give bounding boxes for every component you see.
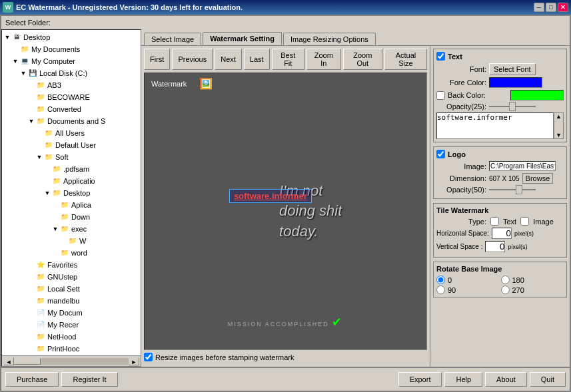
actual-size-button[interactable]: Actual Size <box>384 49 427 70</box>
tree-item-defaultuser[interactable]: 📁 Default User <box>35 139 139 151</box>
expand-localdisk[interactable]: ▼ <box>19 70 27 77</box>
expand-pdfsam[interactable] <box>43 166 51 172</box>
tree-item-ab3[interactable]: 📁 AB3 <box>27 79 139 91</box>
expand-down[interactable] <box>51 214 59 220</box>
tree-item-mydocs[interactable]: 📁 My Documents <box>11 43 139 55</box>
hscroll-thumb[interactable] <box>14 358 41 365</box>
tab-select-image[interactable]: Select Image <box>144 33 201 45</box>
tree-item-gnustep[interactable]: 📁 GNUstep <box>27 271 139 283</box>
restore-button[interactable]: □ <box>546 3 556 12</box>
expand-defaultuser[interactable] <box>35 142 43 148</box>
hscroll-right-btn[interactable]: ► <box>129 357 139 365</box>
minimize-button[interactable]: ─ <box>534 3 544 12</box>
tab-watermark-setting[interactable]: Watermark Setting <box>203 32 282 45</box>
logo-enabled-checkbox[interactable] <box>436 150 445 158</box>
tree-item-printhooc[interactable]: 📁 PrintHooc <box>27 343 139 355</box>
expand-allusers[interactable] <box>35 130 43 136</box>
text-scrollbar[interactable]: ▲ ▼ <box>554 112 564 139</box>
rotate-90-radio[interactable] <box>436 286 445 294</box>
tile-image-checkbox[interactable] <box>520 217 529 226</box>
tree-item-down[interactable]: 📁 Down <box>51 211 139 223</box>
next-button[interactable]: Next <box>215 49 242 70</box>
rotate-0-radio[interactable] <box>436 276 445 284</box>
zoom-in-button[interactable]: Zoom In <box>306 49 341 70</box>
purchase-button[interactable]: Purchase <box>5 372 59 387</box>
browse-button[interactable]: Browse <box>522 173 554 184</box>
previous-button[interactable]: Previous <box>172 49 213 70</box>
hscroll-left-btn[interactable]: ◄ <box>3 357 14 365</box>
back-color-box[interactable] <box>510 90 564 100</box>
export-button[interactable]: Export <box>398 372 442 387</box>
logo-opacity-slider-thumb[interactable] <box>516 185 522 194</box>
text-scroll-up[interactable]: ▲ <box>556 113 562 120</box>
h-space-input[interactable] <box>492 228 512 239</box>
rotate-0[interactable]: 0 <box>436 276 500 284</box>
rotate-180-radio[interactable] <box>501 276 510 284</box>
text-enabled-checkbox[interactable] <box>436 52 445 61</box>
expand-desktop2[interactable]: ▼ <box>43 190 51 196</box>
tree-item-documents[interactable]: ▼ 📁 Documents and S <box>27 115 139 127</box>
tree-item-localdisk[interactable]: ▼ 💾 Local Disk (C:) <box>19 67 139 79</box>
last-button[interactable]: Last <box>244 49 270 70</box>
rotate-270-radio[interactable] <box>501 286 510 294</box>
help-button[interactable]: Help <box>444 372 482 387</box>
expand-applicatio[interactable] <box>43 178 51 184</box>
rotate-180[interactable]: 180 <box>501 276 564 284</box>
expand-aplica[interactable] <box>51 202 59 208</box>
rotate-90[interactable]: 90 <box>436 286 500 294</box>
back-color-checkbox[interactable] <box>436 91 445 100</box>
expand-mydocs[interactable] <box>11 46 19 53</box>
tree-item-aplica[interactable]: 📁 Aplica <box>51 199 139 211</box>
tree-item-applicatio[interactable]: 📁 Applicatio <box>43 175 139 187</box>
v-space-input[interactable] <box>485 241 505 252</box>
tree-item-desktop[interactable]: ▼ 🖥 Desktop <box>3 31 139 43</box>
expand-documents[interactable]: ▼ <box>27 118 35 124</box>
expand-w[interactable] <box>59 238 67 244</box>
logo-path-input[interactable] <box>489 161 556 171</box>
tab-image-resizing[interactable]: Image Resizing Options <box>283 33 376 45</box>
expand-mycomputer[interactable]: ▼ <box>11 58 19 65</box>
fore-color-box[interactable] <box>489 77 542 88</box>
expand-nethood[interactable] <box>27 333 35 340</box>
tree-item-allusers[interactable]: 📁 All Users <box>35 127 139 139</box>
tree-item-word[interactable]: 📁 word <box>51 247 139 259</box>
tree-item-favorites[interactable]: ⭐ Favorites <box>27 259 139 271</box>
rotate-270[interactable]: 270 <box>501 286 564 294</box>
tree-item-localsett[interactable]: 📁 Local Sett <box>27 283 139 295</box>
opacity-slider-thumb[interactable] <box>509 102 516 111</box>
register-button[interactable]: Register It <box>61 372 117 387</box>
expand-myrecer[interactable] <box>27 321 35 328</box>
tree-item-mandelbu[interactable]: 📁 mandelbu <box>27 295 139 307</box>
quit-button[interactable]: Quit <box>530 372 566 387</box>
watermark-text-input[interactable]: software.informer <box>436 112 554 139</box>
tree-item-mycomputer[interactable]: ▼ 💻 My Computer <box>11 55 139 67</box>
first-button[interactable]: First <box>144 49 170 70</box>
expand-word[interactable] <box>51 250 59 256</box>
tree-item-soft[interactable]: ▼ 📁 Soft <box>35 151 139 163</box>
expand-printhooc[interactable] <box>27 345 35 352</box>
tree-item-desktop2[interactable]: ▼ 📁 Desktop <box>43 187 139 199</box>
expand-gnustep[interactable] <box>27 274 35 280</box>
close-button[interactable]: ✕ <box>558 3 568 12</box>
expand-ab3[interactable] <box>27 82 35 89</box>
expand-localsett[interactable] <box>27 286 35 292</box>
tree-item-myrecer[interactable]: 📄 My Recer <box>27 319 139 331</box>
tree-item-nethood[interactable]: 📁 NetHood <box>27 331 139 343</box>
expand-converted[interactable] <box>27 106 35 112</box>
tree-item-converted[interactable]: 📁 Converted <box>27 103 139 115</box>
tree-item-w[interactable]: 📁 W <box>59 235 139 247</box>
tree-item-mydocum[interactable]: 📄 My Docum <box>27 307 139 319</box>
expand-mydocum[interactable] <box>27 309 35 316</box>
expand-mandelbu[interactable] <box>27 297 35 304</box>
tree-hscrollbar[interactable]: ◄ ► <box>2 355 141 366</box>
expand-becoware[interactable] <box>27 94 35 100</box>
tree-item-pdfsam[interactable]: 📁 .pdfsam <box>43 163 139 175</box>
expand-favorites[interactable] <box>27 262 35 268</box>
tree-item-becoware[interactable]: 📁 BECOWARE <box>27 91 139 103</box>
tile-text-checkbox[interactable] <box>490 217 499 226</box>
about-button[interactable]: About <box>485 372 527 387</box>
best-fit-button[interactable]: Best Fit <box>272 49 304 70</box>
zoom-out-button[interactable]: Zoom Out <box>343 49 382 70</box>
select-font-button[interactable]: Select Font <box>489 63 536 75</box>
resize-checkbox[interactable] <box>144 353 153 361</box>
